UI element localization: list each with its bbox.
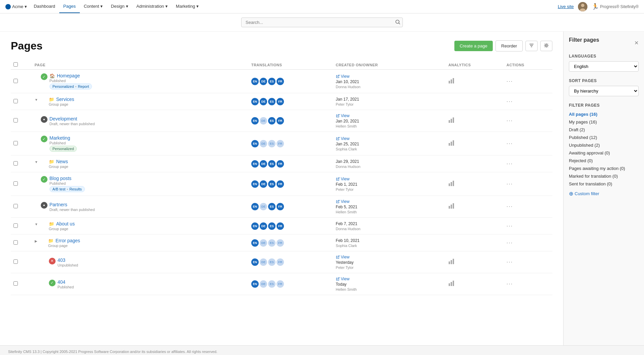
analytics-icon[interactable] xyxy=(448,204,454,210)
expand-toggle[interactable]: ▼ xyxy=(35,160,38,164)
page-name[interactable]: Development xyxy=(50,116,77,121)
page-name[interactable]: Marketing xyxy=(50,135,70,141)
more-actions-button[interactable]: ··· xyxy=(507,240,513,246)
view-link[interactable]: View xyxy=(336,136,443,141)
user-avatar[interactable] xyxy=(578,2,587,11)
row-checkbox[interactable] xyxy=(13,141,18,145)
row-checkbox[interactable] xyxy=(13,240,18,245)
report-link[interactable]: Report xyxy=(78,84,89,88)
page-name[interactable]: About us xyxy=(56,221,75,226)
filter-item[interactable]: Rejected (0) xyxy=(569,157,639,165)
view-link[interactable]: View xyxy=(336,199,443,204)
row-page-cell: ▼ 📁News Group page xyxy=(32,155,249,172)
nav-item-pages[interactable]: Pages xyxy=(59,0,80,13)
filter-item[interactable]: Published (12) xyxy=(569,134,639,141)
more-actions-button[interactable]: ··· xyxy=(507,118,513,123)
analytics-icon[interactable] xyxy=(448,182,454,187)
row-checkbox[interactable] xyxy=(13,99,18,103)
lang-badge-fr: FR xyxy=(277,78,284,85)
reorder-button[interactable]: Reorder xyxy=(495,40,523,51)
row-translations-cell: ENDEESFR xyxy=(249,155,333,172)
more-actions-button[interactable]: ··· xyxy=(507,181,513,187)
nav-item-marketing[interactable]: Marketing ▾ xyxy=(172,0,203,13)
page-name[interactable]: Homepage xyxy=(57,73,80,78)
search-button[interactable] xyxy=(395,20,400,25)
results-link[interactable]: Results xyxy=(69,187,82,191)
filter-item[interactable]: Pages awaiting my action (0) xyxy=(569,165,639,172)
more-actions-button[interactable]: ··· xyxy=(507,223,513,229)
row-checkbox[interactable] xyxy=(13,79,18,83)
svg-rect-19 xyxy=(451,142,452,146)
more-actions-button[interactable]: ··· xyxy=(507,161,513,167)
row-checkbox[interactable] xyxy=(13,181,18,186)
more-actions-button[interactable]: ··· xyxy=(507,78,513,84)
row-analytics-cell xyxy=(446,218,504,235)
page-name[interactable]: News xyxy=(56,159,68,164)
create-page-button[interactable]: Create a page xyxy=(454,41,493,51)
more-actions-button[interactable]: ··· xyxy=(507,204,513,209)
view-link[interactable]: View xyxy=(336,277,443,281)
page-name[interactable]: 403 xyxy=(58,257,65,263)
page-name[interactable]: Partners xyxy=(50,202,67,207)
sort-select[interactable]: By hierarchy xyxy=(569,86,639,96)
filter-item[interactable]: Draft (2) xyxy=(569,126,639,134)
lang-badge-de: DE xyxy=(260,140,267,147)
live-site-link[interactable]: Live site xyxy=(558,4,574,9)
lang-badge-es: ES xyxy=(268,78,276,85)
search-input[interactable] xyxy=(241,17,403,27)
analytics-icon[interactable] xyxy=(448,260,454,265)
filter-item[interactable]: My pages (16) xyxy=(569,118,639,126)
analytics-icon[interactable] xyxy=(448,79,454,85)
more-actions-button[interactable]: ··· xyxy=(507,99,513,104)
more-actions-button[interactable]: ··· xyxy=(507,259,513,265)
more-actions-button[interactable]: ··· xyxy=(507,141,513,146)
created-date: Jan 17, 2021 xyxy=(336,97,443,102)
view-link[interactable]: View xyxy=(336,255,443,259)
page-name[interactable]: 404 xyxy=(58,279,65,285)
view-link[interactable]: View xyxy=(336,74,443,79)
nav-item-content[interactable]: Content ▾ xyxy=(80,0,107,13)
expand-toggle[interactable]: ▶ xyxy=(35,239,37,243)
page-header: Pages Create a page Reorder xyxy=(11,40,552,52)
row-translations-cell: ENDEESFR xyxy=(249,273,333,295)
view-link[interactable]: View xyxy=(336,113,443,118)
translation-flags: ENDEESFR xyxy=(251,160,330,168)
view-link[interactable]: View xyxy=(336,177,443,181)
analytics-icon[interactable] xyxy=(448,282,454,287)
page-name[interactable]: Blog posts xyxy=(50,176,71,181)
row-actions-cell: ··· xyxy=(504,218,552,235)
sidebar-close-button[interactable]: ✕ xyxy=(634,40,639,46)
nav-item-administration[interactable]: Administration ▾ xyxy=(132,0,172,13)
page-info: 📁About us Group page xyxy=(49,221,75,231)
row-checkbox[interactable] xyxy=(13,281,18,286)
more-actions-button[interactable]: ··· xyxy=(507,281,513,287)
row-checkbox[interactable] xyxy=(13,161,18,166)
custom-filter-link[interactable]: ⊕ Custom filter xyxy=(569,190,639,197)
filter-button[interactable] xyxy=(525,41,538,51)
row-checkbox[interactable] xyxy=(13,204,18,208)
filter-item[interactable]: All pages (16) xyxy=(569,110,639,118)
filter-item[interactable]: Marked for translation (0) xyxy=(569,172,639,180)
created-owner: Peter Tylor xyxy=(336,187,443,191)
nav-item-dashboard[interactable]: Dashboard xyxy=(30,0,59,13)
row-checkbox[interactable] xyxy=(13,223,18,228)
page-name[interactable]: Error pages xyxy=(56,238,80,243)
expand-toggle[interactable]: ▼ xyxy=(35,98,38,102)
brand-logo[interactable]: Acme ▾ xyxy=(5,4,27,9)
lang-badge-en: EN xyxy=(251,117,259,125)
languages-select[interactable]: English xyxy=(569,61,639,72)
settings-button[interactable] xyxy=(540,41,552,51)
analytics-icon[interactable] xyxy=(448,141,454,147)
row-created-cell: Feb 10, 2021 Sophia Clark xyxy=(333,235,446,251)
row-checkbox[interactable] xyxy=(13,259,18,264)
folder-icon: 📁 xyxy=(48,238,54,243)
page-name[interactable]: Services xyxy=(56,97,74,102)
expand-toggle[interactable]: ▼ xyxy=(35,222,38,226)
filter-item[interactable]: Sent for translation (0) xyxy=(569,180,639,188)
filter-item[interactable]: Awaiting approval (0) xyxy=(569,149,639,157)
analytics-icon[interactable] xyxy=(448,118,454,124)
filter-item[interactable]: Unpublished (2) xyxy=(569,141,639,149)
row-checkbox[interactable] xyxy=(13,118,18,122)
nav-item-design[interactable]: Design ▾ xyxy=(107,0,132,13)
select-all-checkbox[interactable] xyxy=(13,62,18,67)
